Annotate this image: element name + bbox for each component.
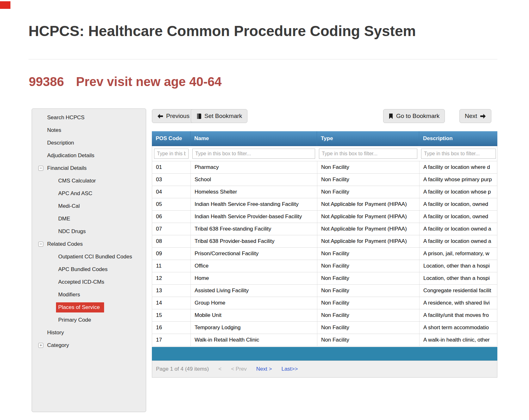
code-heading: 99386Prev visit new age 40-64 (29, 75, 222, 89)
set-bookmark-button[interactable]: Set Bookmark (191, 109, 247, 123)
sidebar-item-ndc-drugs[interactable]: NDC Drugs (32, 225, 146, 238)
column-header-name[interactable]: Name (190, 131, 317, 146)
cell-name: Group Home (190, 297, 317, 309)
cell-pos-code: 04 (152, 186, 190, 198)
sidebar-item-accepted-icd-cms[interactable]: Accepted ICD-CMs (32, 276, 146, 288)
cell-description: A facility whose primary purp (419, 174, 498, 186)
sidebar-item-places-of-service[interactable]: Places of Service (32, 301, 146, 314)
sidebar-item-label: Primary Code (58, 317, 91, 323)
table-row[interactable]: 08Tribal 638 Provider-based FacilityNot … (152, 235, 497, 248)
sidebar-item-label: Search HCPCS (47, 114, 84, 121)
cell-type: Non Facility (317, 186, 419, 198)
table-body: 01PharmacyNon FacilityA facility or loca… (152, 161, 497, 346)
sidebar-item-dme[interactable]: DME (32, 213, 146, 225)
column-header-pos-code[interactable]: POS Code (152, 131, 190, 146)
go-to-bookmark-button-label: Go to Bookmark (396, 113, 439, 120)
cell-description: A facility or location whose p (419, 186, 498, 198)
sidebar-item-label: Category (47, 342, 69, 349)
sidebar-item-medi-cal[interactable]: Medi-Cal (32, 200, 146, 213)
table-row[interactable]: 17Walk-in Retail Health ClinicNon Facili… (152, 334, 497, 346)
cell-name: Mobile Unit (190, 309, 317, 321)
table-row[interactable]: 04Homeless ShelterNon FacilityA facility… (152, 186, 497, 198)
sidebar-item-category[interactable]: +Category (32, 339, 146, 352)
cell-type: Non Facility (317, 297, 419, 309)
sidebar-item-adjudication-details[interactable]: Adjudication Details (32, 149, 146, 162)
filter-input-description[interactable] (421, 149, 496, 159)
sidebar-item-history[interactable]: History (32, 326, 146, 339)
sidebar-item-apc-and-asc[interactable]: APC And ASC (32, 187, 146, 200)
pager-last-link[interactable]: Last>> (281, 366, 298, 372)
filter-cell (317, 149, 419, 159)
table-row[interactable]: 12HomeNon FacilityLocation, other than a… (152, 272, 497, 285)
expand-icon[interactable]: + (38, 343, 43, 348)
cell-type: Not Applicable for Payment (HIPAA) (317, 223, 419, 235)
sidebar-item-label: APC Bundled Codes (58, 266, 108, 273)
column-header-type[interactable]: Type (317, 131, 419, 146)
table-row[interactable]: 05Indian Health Service Free-standing Fa… (152, 198, 497, 211)
cell-type: Non Facility (317, 322, 419, 334)
cell-description: A facility or location, owned (419, 211, 498, 223)
next-button[interactable]: Next (459, 109, 491, 123)
cell-pos-code: 08 (152, 235, 190, 247)
table-row[interactable]: 15Mobile UnitNon FacilityA facility/unit… (152, 309, 497, 322)
column-header-description[interactable]: Description (419, 131, 497, 146)
cell-pos-code: 03 (152, 174, 190, 186)
hcpcs-code: 99386 (29, 75, 64, 89)
table-row[interactable]: 07Tribal 638 Free-standing FacilityNot A… (152, 223, 497, 235)
pager-prev-link[interactable]: < Prev (231, 366, 247, 372)
sidebar-item-financial-details[interactable]: −Financial Details (32, 162, 146, 175)
pager: Page 1 of 4 (49 items) < < Prev Next > L… (152, 361, 497, 378)
sidebar-item-label: Accepted ICD-CMs (58, 279, 104, 285)
go-to-bookmark-button[interactable]: Go to Bookmark (383, 109, 445, 123)
sidebar-item-label: Outpatient CCI Bundled Codes (58, 254, 132, 260)
table-row[interactable]: 13Assisted Living FacilityNon FacilityCo… (152, 285, 497, 297)
cell-pos-code: 17 (152, 334, 190, 346)
cell-description: A facility/unit that moves fro (419, 309, 498, 321)
cell-description: A facility or location where d (419, 161, 498, 173)
cell-description: A prison, jail, reformatory, w (419, 248, 498, 260)
table-row[interactable]: 06Indian Health Service Provider-based F… (152, 211, 497, 223)
table-row[interactable]: 16Temporary LodgingNon FacilityA short t… (152, 322, 497, 334)
filter-cell (152, 149, 190, 159)
sidebar-item-primary-code[interactable]: Primary Code (32, 314, 146, 326)
cell-name: Indian Health Service Provider-based Fac… (190, 211, 317, 223)
table-row[interactable]: 11OfficeNon FacilityLocation, other than… (152, 260, 497, 272)
collapse-icon[interactable]: − (38, 242, 43, 247)
cell-description: A facility or location owned a (419, 235, 498, 247)
sidebar-item-notes[interactable]: Notes (32, 124, 146, 137)
filter-input-pos-code[interactable] (154, 149, 189, 159)
sidebar-item-label: Notes (47, 127, 61, 133)
sidebar-item-label: Modifiers (58, 292, 80, 298)
set-bookmark-button-label: Set Bookmark (204, 113, 242, 120)
sidebar-item-label: Related Codes (47, 241, 83, 247)
table-row[interactable]: 09Prison/Correctional FacilityNon Facili… (152, 248, 497, 260)
sidebar-item-cms-calculator[interactable]: CMS Calculator (32, 175, 146, 187)
sidebar-item-related-codes[interactable]: −Related Codes (32, 238, 146, 250)
filter-cell (190, 149, 317, 159)
sidebar-item-description[interactable]: Description (32, 137, 146, 149)
table-row[interactable]: 01PharmacyNon FacilityA facility or loca… (152, 161, 497, 174)
collapse-icon[interactable]: − (38, 166, 43, 171)
sidebar-item-modifiers[interactable]: Modifiers (32, 288, 146, 301)
cell-description: A facility or location, owned (419, 198, 498, 210)
cell-name: Home (190, 272, 317, 284)
table-row[interactable]: 14Group HomeNon FacilityA residence, wit… (152, 297, 497, 309)
table-footer-bar (152, 347, 497, 361)
page-title: HCPCS: Healthcare Common Procedure Codin… (28, 22, 430, 41)
cell-name: Assisted Living Facility (190, 285, 317, 297)
pager-first-link[interactable]: < (218, 366, 221, 372)
sidebar-item-search-hcpcs[interactable]: Search HCPCS (32, 111, 146, 124)
filter-input-name[interactable] (192, 149, 315, 159)
sidebar-item-apc-bundled-codes[interactable]: APC Bundled Codes (32, 263, 146, 276)
previous-button[interactable]: Previous (152, 109, 195, 123)
filter-input-type[interactable] (319, 149, 417, 159)
pager-next-link[interactable]: Next > (256, 366, 272, 372)
cell-name: Walk-in Retail Health Clinic (190, 334, 317, 346)
previous-button-label: Previous (166, 113, 190, 120)
cell-type: Non Facility (317, 260, 419, 272)
hcpcs-page: HCPCS: Healthcare Common Procedure Codin… (0, 0, 529, 420)
cell-type: Not Applicable for Payment (HIPAA) (317, 235, 419, 247)
cell-name: Indian Health Service Free-standing Faci… (190, 198, 317, 210)
sidebar-item-outpatient-cci-bundled-codes[interactable]: Outpatient CCI Bundled Codes (32, 250, 146, 263)
table-row[interactable]: 03SchoolNon FacilityA facility whose pri… (152, 174, 497, 186)
